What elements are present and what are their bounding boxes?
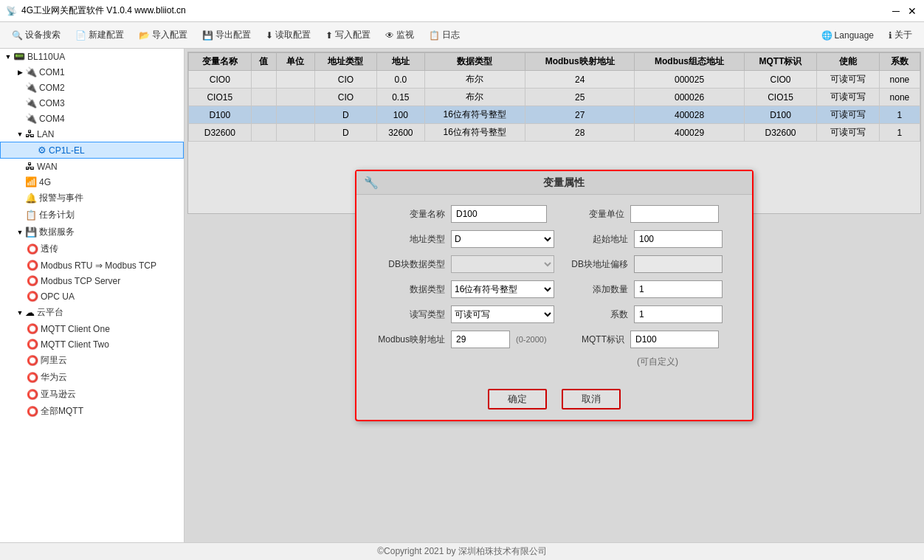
device-search-button[interactable]: 🔍 设备搜索	[6, 27, 66, 44]
form-row-dbtype: DB块数据类型 DB块地址偏移	[371, 255, 737, 273]
db-offset-input[interactable]	[634, 255, 723, 273]
wan-icon: 🖧	[25, 161, 35, 172]
sidebar-item-huaweiCloud[interactable]: ⭕ 华为云	[0, 369, 184, 386]
task-icon: 📋	[25, 210, 37, 221]
title-bar-right: ─ ✕	[890, 5, 918, 17]
sidebar-label: MQTT Client Two	[41, 339, 109, 350]
start-addr-label: 起始地址	[562, 233, 628, 246]
sidebar-item-modbusTCP[interactable]: ⭕ Modbus TCP Server	[0, 273, 184, 288]
monitor-button[interactable]: 👁 监视	[379, 27, 420, 44]
start-addr-input[interactable]	[634, 230, 723, 248]
cancel-button[interactable]: 取消	[562, 389, 621, 409]
import-config-button[interactable]: 📂 导入配置	[133, 27, 193, 44]
add-count-input[interactable]	[634, 280, 723, 298]
copyright-text: ©Copyright 2021 by 深圳柏珠技术有限公司	[377, 545, 547, 558]
data-type-label: 数据类型	[371, 283, 445, 296]
export-config-label: 导出配置	[216, 29, 251, 41]
close-button[interactable]: ✕	[906, 5, 918, 17]
sidebar-item-dataService[interactable]: ▼ 💾 数据服务	[0, 224, 184, 241]
sidebar-item-OPCUA[interactable]: ⭕ OPC UA	[0, 288, 184, 304]
db-datatype-select[interactable]	[451, 255, 554, 273]
status-bar: ©Copyright 2021 by 深圳柏珠技术有限公司	[0, 542, 924, 560]
var-name-input[interactable]	[451, 205, 547, 223]
mqtt-id-input[interactable]	[630, 331, 719, 348]
device-search-label: 设备搜索	[25, 29, 61, 41]
var-name-label: 变量名称	[371, 208, 445, 221]
expand-icon[interactable]: ▼	[15, 308, 25, 318]
expand-icon[interactable]: ▼	[3, 52, 13, 62]
expand-placeholder	[15, 210, 25, 221]
modal-body: 变量名称 变量单位 地址类型 D	[356, 195, 752, 383]
circle-icon: ⭕	[27, 291, 38, 302]
expand-icon[interactable]: ▼	[15, 129, 25, 139]
confirm-button[interactable]: 确定	[488, 389, 547, 409]
minimize-button[interactable]: ─	[890, 5, 902, 17]
com-icon: 🔌	[25, 66, 37, 77]
sidebar-item-cloudPlatform[interactable]: ▼ ☁ 云平台	[0, 304, 184, 321]
title-bar-left: 📡 4G工业网关配置软件 V1.0.4 www.bliiot.cn	[6, 4, 186, 17]
sidebar-label: BL110UA	[27, 52, 65, 62]
language-button[interactable]: 🌐 Language	[816, 28, 880, 43]
sidebar-label: 云平台	[37, 306, 63, 319]
sidebar-label: Modbus RTU ⇒ Modbus TCP	[41, 260, 156, 271]
read-config-button[interactable]: ⬇ 读取配置	[260, 27, 317, 44]
sidebar-item-COM2[interactable]: 🔌 COM2	[0, 80, 184, 95]
modal-overlay: 🔧 变量属性 变量名称 变量单位	[185, 49, 924, 542]
var-unit-input[interactable]	[630, 205, 719, 223]
sidebar-item-mqttOne[interactable]: ⭕ MQTT Client One	[0, 321, 184, 336]
sidebar-item-LAN[interactable]: ▼ 🖧 LAN	[0, 126, 184, 142]
toolbar: 🔍 设备搜索 📄 新建配置 📂 导入配置 💾 导出配置 ⬇ 读取配置 ⬆ 写入配…	[0, 22, 924, 49]
modbus-range-hint: (0-2000)	[516, 335, 547, 344]
form-row-rwtype: 读写类型 可读可写 只读 只写 系数	[371, 305, 737, 323]
sidebar-label: 透传	[41, 243, 58, 255]
expand-icon[interactable]: ▶	[15, 67, 25, 77]
sidebar-item-modbusRTU[interactable]: ⭕ Modbus RTU ⇒ Modbus TCP	[0, 257, 184, 273]
about-label: 关于	[894, 29, 912, 41]
sidebar-item-COM4[interactable]: 🔌 COM4	[0, 111, 184, 126]
sidebar-item-CP1L-EL[interactable]: ⚙ CP1L-EL	[0, 142, 184, 159]
sidebar-label: 全部MQTT	[41, 405, 83, 418]
log-button[interactable]: 📋 日志	[423, 27, 466, 44]
sidebar-item-COM1[interactable]: ▶ 🔌 COM1	[0, 64, 184, 80]
addr-type-select[interactable]: D CIO W H A	[451, 230, 554, 248]
sidebar-item-WAN[interactable]: 🖧 WAN	[0, 159, 184, 174]
app-title: 4G工业网关配置软件 V1.0.4 www.bliiot.cn	[21, 4, 186, 17]
sidebar-item-allMQTT[interactable]: ⭕ 全部MQTT	[0, 403, 184, 420]
circle-icon: ⭕	[27, 355, 38, 366]
factor-input[interactable]	[634, 305, 723, 323]
data-type-select[interactable]: 16位有符号整型 16位无符号整型 32位有符号整型 布尔 浮点型	[451, 280, 554, 298]
sidebar-item-BL110UA[interactable]: ▼ 📟 BL110UA	[0, 49, 184, 64]
log-label: 日志	[442, 29, 460, 41]
sidebar-label: 亚马逊云	[41, 388, 76, 401]
sidebar-label: OPC UA	[41, 291, 75, 302]
export-config-button[interactable]: 💾 导出配置	[196, 27, 257, 44]
modal-logo-icon: 🔧	[364, 176, 379, 190]
sidebar-item-4G[interactable]: 📶 4G	[0, 174, 184, 190]
sidebar-item-alarm[interactable]: 🔔 报警与事件	[0, 190, 184, 207]
sidebar-item-COM3[interactable]: 🔌 COM3	[0, 95, 184, 111]
rw-type-select[interactable]: 可读可写 只读 只写	[451, 305, 554, 323]
sidebar-item-amazonCloud[interactable]: ⭕ 亚马逊云	[0, 386, 184, 403]
custom-hint-text: (可自定义)	[637, 356, 678, 367]
form-row-addrtype: 地址类型 D CIO W H A 起始地址	[371, 230, 737, 248]
form-row-datatype: 数据类型 16位有符号整型 16位无符号整型 32位有符号整型 布尔 浮点型 添…	[371, 280, 737, 298]
expand-icon[interactable]: ▼	[15, 227, 25, 238]
alarm-icon: 🔔	[25, 193, 37, 204]
sidebar-item-aliCloud[interactable]: ⭕ 阿里云	[0, 352, 184, 369]
expand-placeholder	[27, 145, 38, 156]
modbus-addr-input[interactable]	[451, 331, 510, 348]
new-config-button[interactable]: 📄 新建配置	[69, 27, 130, 44]
write-config-button[interactable]: ⬆ 写入配置	[320, 27, 376, 44]
sidebar-item-transparent[interactable]: ⭕ 透传	[0, 241, 184, 257]
about-button[interactable]: ℹ 关于	[883, 27, 918, 44]
com-icon: 🔌	[25, 97, 37, 108]
sidebar-label: LAN	[37, 129, 54, 139]
circle-icon: ⭕	[27, 323, 38, 334]
var-unit-label: 变量单位	[558, 208, 624, 221]
sidebar-label: 任务计划	[39, 209, 75, 221]
add-count-label: 添加数量	[562, 283, 628, 296]
circle-icon: ⭕	[27, 389, 38, 400]
sidebar-label: 数据服务	[39, 226, 75, 238]
sidebar-item-task[interactable]: 📋 任务计划	[0, 207, 184, 224]
sidebar-item-mqttTwo[interactable]: ⭕ MQTT Client Two	[0, 336, 184, 352]
